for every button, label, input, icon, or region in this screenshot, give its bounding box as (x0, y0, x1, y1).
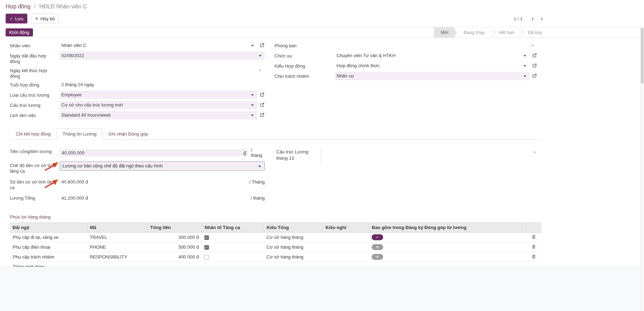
trash-icon[interactable] (531, 235, 536, 240)
chevron-down-icon (251, 104, 254, 106)
hr-responsible-field[interactable]: Nhân sự (335, 72, 529, 80)
currency-symbol: đ (243, 150, 246, 156)
benefit-amount-cell[interactable]: 300.000 đ (147, 233, 202, 242)
external-link-icon[interactable] (260, 43, 265, 48)
stage-label: Đã hủy (528, 30, 542, 35)
external-link-icon[interactable] (260, 113, 265, 117)
external-link-icon[interactable] (532, 74, 537, 78)
field-label: Lương Tổng (10, 194, 60, 201)
benefit-name-cell[interactable]: Phụ cấp trách nhiệm (10, 252, 87, 262)
pager-next-button[interactable]: › (538, 15, 545, 22)
pager-previous-button[interactable]: ‹ (529, 15, 536, 22)
start-contract-button[interactable]: Khởi động (6, 28, 33, 36)
scrollbar-thumb[interactable] (641, 28, 644, 84)
included-toggle[interactable] (372, 244, 383, 250)
benefit-name-cell[interactable]: Phụ cấp đi lại, xăng xe (10, 233, 87, 242)
col-kieu-nghi[interactable]: Kiểu nghỉ (323, 223, 369, 233)
discard-button[interactable]: ✕ Hủy bỏ (31, 14, 59, 23)
field-label: Cấu trúc lương (10, 101, 60, 110)
chevron-down-icon (251, 94, 254, 96)
external-link-icon[interactable] (260, 92, 265, 97)
vertical-scrollbar[interactable] (640, 27, 644, 311)
field-label: Phòng ban (274, 41, 335, 50)
col-ma[interactable]: Mã (87, 223, 147, 233)
save-button[interactable]: ✓ Lưu (6, 14, 27, 23)
contract-age-value: 2 tháng 24 ngày (60, 81, 265, 89)
external-link-icon[interactable] (260, 103, 265, 107)
benefit-amount-cell[interactable]: 500.000 đ (147, 242, 202, 252)
included-toggle[interactable] (372, 254, 383, 260)
form-group-right: Phòng ban Chức vụ Chuyên viên Tư vấn & H… (274, 41, 537, 82)
employee-m2o-field[interactable]: Nhân viên C (60, 41, 257, 50)
tab-label: Ghi nhận Đóng góp (108, 131, 148, 137)
benefit-leave-type-cell[interactable] (323, 233, 369, 242)
benefit-total-type-cell[interactable]: Cơ sở hàng tháng (264, 233, 323, 242)
field-label: Lịch làm việc (10, 111, 60, 120)
wage-input[interactable] (62, 150, 241, 156)
field-value: 02/08/2022 (61, 53, 84, 58)
breadcrumb-current: HĐLĐ Nhân viên C (39, 4, 87, 9)
overtime-factor-checkbox[interactable] (204, 255, 209, 260)
col-tong-tien[interactable]: Tổng tiền (147, 223, 202, 233)
col-kieu-tong[interactable]: Kiểu Tổng (264, 223, 323, 233)
department-field[interactable] (335, 41, 537, 50)
col-bao-gom-dong-gop[interactable]: Bao gồm trong Đăng ký Đóng góp từ lương (369, 223, 526, 233)
benefit-delete-cell (526, 242, 542, 252)
trash-icon[interactable] (531, 244, 536, 250)
overtime-factor-checkbox[interactable] (204, 245, 209, 250)
tab-thong-tin-luong[interactable]: Thông tin Lương (57, 128, 103, 140)
benefit-included-cell (369, 252, 526, 262)
benefit-code-cell[interactable]: TRAVEL (87, 233, 147, 242)
col-nhan-to-tang-ca[interactable]: Nhân tố Tăng ca (202, 223, 264, 233)
overtime-factor-checkbox[interactable] (204, 235, 209, 240)
benefit-code-cell[interactable]: RESPONSIBILITY (87, 252, 147, 262)
field-cau-truc-luong-thang-13: Cấu trúc Lương tháng 13 (274, 147, 542, 164)
form-sheet: Nhân viên Nhân viên C Ngày bắt đầu hợp đ… (0, 38, 644, 271)
field-nhan-vien: Nhân viên Nhân viên C (10, 41, 265, 51)
col-dai-ngo[interactable]: Đãi ngộ (10, 223, 87, 233)
benefit-name-cell[interactable]: Phụ cấp điện thoại (10, 242, 87, 252)
trash-icon[interactable] (531, 254, 536, 260)
included-toggle[interactable] (372, 234, 383, 240)
breadcrumb: Hợp đồng / HĐLĐ Nhân viên C (6, 2, 644, 11)
chevron-down-icon (258, 166, 261, 167)
field-kieu-hop-dong: Kiểu Hợp đồng Hợp đồng chính thức (274, 62, 537, 72)
benefit-code-cell[interactable]: PHONE (87, 242, 147, 252)
end-date-field[interactable] (60, 66, 265, 75)
wage-input-box: đ (60, 149, 248, 157)
contract-type-field[interactable]: Hợp đồng chính thức (335, 62, 529, 70)
sheet-bottom-background (0, 267, 644, 311)
field-label: Cấu trúc Lương tháng 13 (274, 147, 321, 161)
start-date-field[interactable]: 02/08/2022 (60, 51, 265, 60)
tab-ghi-nhan-dong-gop[interactable]: Ghi nhận Đóng góp (102, 128, 154, 140)
overtime-base-mode-select[interactable]: Lương cơ bản cộng chế độ đãi ngộ theo cấ… (60, 161, 265, 171)
external-link-icon[interactable] (532, 63, 537, 68)
stage-het-han[interactable]: Hết hạn (492, 27, 521, 37)
stage-label: Mới (441, 30, 448, 35)
field-label: Ngày kết thúc hợp đồng (10, 66, 60, 81)
field-ngay-ket-thuc: Ngày kết thúc hợp đồng (10, 66, 265, 81)
benefit-included-cell (369, 233, 526, 242)
external-link-icon[interactable] (532, 53, 537, 58)
pager-counter: 1 / 1 (514, 16, 522, 21)
structure-type-field[interactable]: Employee (60, 91, 257, 99)
thirteenth-month-structure-field[interactable] (321, 147, 542, 164)
field-value: Cơ sở cho cấu trúc lương mới (61, 102, 123, 108)
salary-structure-field[interactable]: Cơ sở cho cấu trúc lương mới (60, 101, 257, 109)
benefit-amount-cell[interactable]: 400.000 đ (147, 252, 202, 262)
control-panel: Hợp đồng / HĐLĐ Nhân viên C ✓ Lưu ✕ Hủy … (0, 0, 644, 27)
benefit-total-type-cell[interactable]: Cơ sở hàng tháng (264, 252, 323, 262)
chevron-down-icon (259, 70, 262, 71)
benefit-leave-type-cell[interactable] (323, 252, 369, 262)
stage-dang-chay[interactable]: Đang chạy (457, 27, 492, 37)
job-position-field[interactable]: Chuyên viên Tư vấn & HTKH (335, 51, 529, 60)
stage-da-huy[interactable]: Đã hủy (521, 27, 549, 37)
pager: 1 / 1 ‹ › (514, 15, 545, 22)
breadcrumb-parent-link[interactable]: Hợp đồng (6, 4, 30, 9)
benefit-leave-type-cell[interactable] (323, 242, 369, 252)
benefit-total-type-cell[interactable]: Cơ sở hàng tháng (264, 242, 323, 252)
wage-period-suffix: / tháng (251, 147, 265, 158)
stage-moi[interactable]: Mới (434, 27, 456, 37)
working-schedule-field[interactable]: Standard 40 hours/week (60, 111, 257, 119)
tab-chi-tiet-hop-dong[interactable]: Chi tiết hợp đồng (10, 128, 57, 140)
